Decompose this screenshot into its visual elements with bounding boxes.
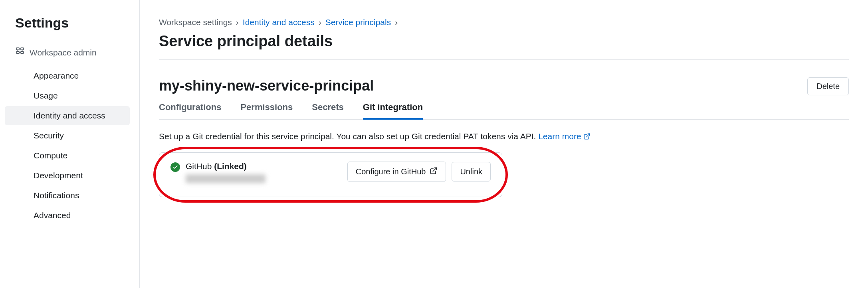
sidebar-item-identity-and-access[interactable]: Identity and access: [5, 106, 130, 125]
principal-name: my-shiny-new-service-principal: [159, 77, 374, 94]
tabs: Configurations Permissions Secrets Git i…: [159, 98, 849, 120]
chevron-right-icon: ›: [319, 18, 321, 27]
git-credential-card-wrapper: GitHub (Linked) Configure in GitHub: [159, 152, 502, 197]
breadcrumb: Workspace settings › Identity and access…: [159, 18, 849, 27]
sidebar-item-appearance[interactable]: Appearance: [5, 66, 130, 85]
git-description: Set up a Git credential for this service…: [159, 132, 849, 142]
sidebar-item-development[interactable]: Development: [5, 166, 130, 185]
chevron-right-icon: ›: [395, 18, 398, 27]
tab-configurations[interactable]: Configurations: [159, 98, 221, 120]
divider: [159, 59, 849, 60]
external-link-icon: [583, 132, 591, 142]
sidebar-item-advanced[interactable]: Advanced: [5, 206, 130, 225]
sidebar-item-notifications[interactable]: Notifications: [5, 186, 130, 205]
external-link-icon: [430, 167, 438, 177]
sidebar-item-security[interactable]: Security: [5, 126, 130, 145]
tab-permissions[interactable]: Permissions: [240, 98, 293, 120]
git-credential-info: GitHub (Linked): [186, 162, 342, 183]
tab-secrets[interactable]: Secrets: [312, 98, 344, 120]
tab-git-integration[interactable]: Git integration: [363, 98, 423, 120]
breadcrumb-item: Workspace settings: [159, 18, 232, 27]
git-provider-title: GitHub (Linked): [186, 162, 342, 171]
page-title: Service principal details: [159, 33, 849, 50]
svg-rect-1: [21, 48, 24, 50]
git-credential-redacted: [186, 174, 266, 183]
svg-rect-0: [16, 48, 19, 50]
main-content: Workspace settings › Identity and access…: [140, 0, 868, 288]
breadcrumb-item[interactable]: Identity and access: [243, 18, 315, 27]
svg-rect-3: [21, 51, 24, 53]
svg-rect-2: [16, 51, 19, 53]
git-credential-actions: Configure in GitHub Unlink: [347, 162, 491, 182]
check-circle-icon: [170, 162, 180, 172]
sidebar-items: Appearance Usage Identity and access Sec…: [0, 66, 139, 225]
learn-more-link[interactable]: Learn more: [538, 132, 591, 141]
sidebar-section-label: Workspace admin: [30, 48, 97, 57]
svg-line-8: [587, 134, 590, 137]
principal-header-row: my-shiny-new-service-principal Delete: [159, 77, 849, 98]
delete-button[interactable]: Delete: [807, 77, 849, 95]
breadcrumb-item[interactable]: Service principals: [325, 18, 391, 27]
chevron-right-icon: ›: [236, 18, 239, 27]
sidebar-section-header: Workspace admin: [0, 47, 139, 65]
sidebar-title: Settings: [0, 15, 139, 47]
unlink-button[interactable]: Unlink: [452, 162, 491, 181]
sidebar: Settings Workspace admin Appearance Usag…: [0, 0, 140, 288]
workspace-admin-icon: [15, 47, 25, 58]
sidebar-item-compute[interactable]: Compute: [5, 146, 130, 165]
svg-line-9: [433, 168, 437, 172]
configure-in-github-button[interactable]: Configure in GitHub: [347, 162, 446, 182]
git-credential-card: GitHub (Linked) Configure in GitHub: [159, 152, 502, 197]
sidebar-item-usage[interactable]: Usage: [5, 86, 130, 105]
